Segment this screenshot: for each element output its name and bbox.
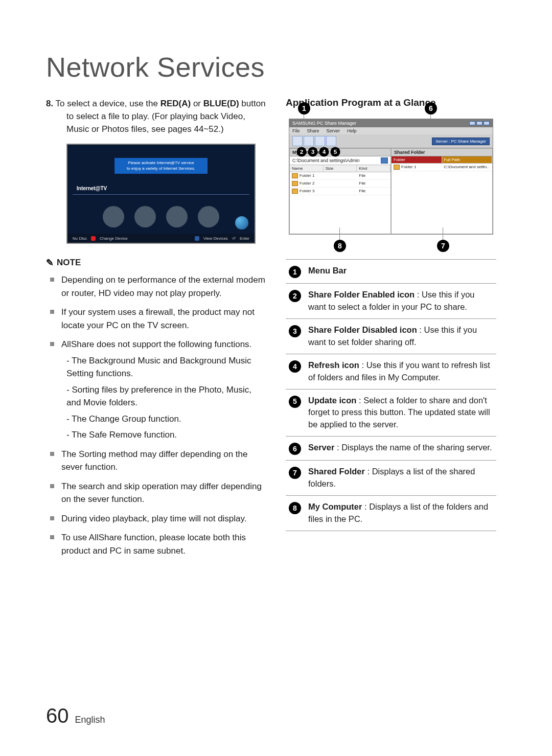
legend-bold: Shared Folder	[308, 467, 365, 476]
page-language: English	[75, 715, 105, 725]
step-text-2: or	[191, 99, 203, 108]
legend-num-5: 5	[289, 396, 301, 408]
legend-bold: Menu Bar	[308, 266, 347, 275]
note-item-text: AllShare does not support the following …	[61, 339, 251, 349]
refresh-icon	[315, 136, 325, 146]
enter-icon: ⏎	[232, 236, 236, 241]
callout-8: 8	[334, 240, 346, 252]
tv-internet-label: Internet@TV	[77, 186, 107, 191]
globe-icon	[235, 216, 248, 230]
callout-1: 1	[298, 102, 310, 114]
legend-row: 8 My Computer : Displays a list of the f…	[286, 496, 496, 531]
legend-row: 6 Server : Displays the name of the shar…	[286, 437, 496, 461]
tv-icon-3	[166, 206, 188, 227]
subnote-item: The Background Music and Background Musi…	[66, 354, 266, 380]
table-row: Folder 3 File	[290, 188, 390, 195]
step-number: 8.	[46, 99, 53, 108]
step-8: 8. To select a device, use the RED(A) or…	[46, 97, 266, 135]
note-heading: ✎ NOTE	[46, 257, 266, 268]
row-name: Folder 1	[290, 172, 324, 179]
subnote-item: Sorting files by preference in the Photo…	[66, 383, 266, 409]
share-enabled-icon	[292, 136, 303, 146]
callout-4: 4	[319, 147, 329, 156]
legend-row: 4 Refresh icon : Use this if you want to…	[286, 354, 496, 390]
pc-share-manager-window: SAMSUNG PC Share Manager File Share Serv…	[289, 119, 493, 235]
app-glance-heading: Application Program at a Glance	[286, 97, 506, 108]
col-name: Name	[290, 165, 324, 172]
legend-bold: Update icon	[308, 396, 356, 405]
legend-num-4: 4	[289, 360, 301, 373]
legend-num-6: 6	[289, 443, 301, 455]
table-row: Folder 1 File	[290, 172, 390, 180]
callout-7: 7	[437, 240, 449, 252]
row-fullpath: C:\Document and settin..	[442, 164, 493, 171]
tv-screenshot: Please activate Internet@TV service to e…	[66, 144, 256, 244]
legend-bold: Share Folder Enabled icon	[308, 290, 415, 299]
tv-footer-view: View Devices	[203, 236, 228, 241]
update-icon	[326, 136, 336, 146]
page-number: 60	[46, 704, 69, 727]
legend-num-1: 1	[289, 266, 301, 278]
app-figure: 1 6 SAMSUNG PC Share Manager File Share …	[289, 119, 506, 235]
server-status: Server : PC Share Manager	[432, 138, 490, 145]
table-row: Folder 1 C:\Document and settin..	[392, 164, 492, 171]
menu-file: File	[292, 128, 300, 133]
menu-server: Server	[327, 128, 340, 133]
red-a-label: RED(A)	[160, 99, 191, 108]
close-icon	[484, 121, 490, 125]
tv-footer: No Disc Change Device View Devices ⏎ Ent…	[67, 234, 255, 243]
legend-row: 3 Share Folder Disabled icon : Use this …	[286, 319, 496, 354]
my-computer-pane: My Computer C:\Document and settings\Adm…	[289, 148, 391, 234]
legend-row: 7 Shared Folder : Displays a list of the…	[286, 461, 496, 496]
note-item: AllShare does not support the following …	[61, 338, 266, 442]
callout-5: 5	[330, 147, 340, 156]
menu-share: Share	[307, 128, 319, 133]
legend-table: 1 Menu Bar 2 Share Folder Enabled icon :…	[286, 259, 496, 531]
row-size	[324, 172, 357, 179]
legend-num-8: 8	[289, 502, 301, 514]
col-fullpath: Full Path	[442, 156, 493, 163]
tv-icon-1	[103, 206, 124, 227]
legend-bold: Share Folder Disabled icon	[308, 325, 417, 334]
row-size	[324, 180, 357, 187]
page-title: Network Services	[46, 51, 506, 83]
callout-3: 3	[308, 147, 317, 156]
callout-6: 6	[425, 102, 437, 114]
toolbar: Server : PC Share Manager	[289, 134, 493, 148]
shared-folder-head: Shared Folder	[392, 149, 492, 156]
blue-d-label: BLUE(D)	[203, 99, 239, 108]
right-col-headers: Folder Full Path	[392, 156, 492, 164]
legend-num-3: 3	[289, 325, 301, 337]
row-kind: File	[357, 172, 390, 179]
note-label: NOTE	[57, 258, 81, 268]
note-item: The Sorting method may differ depending …	[61, 448, 266, 474]
minimize-icon	[469, 121, 475, 125]
path-bar: C:\Document and settings\Admin	[290, 156, 390, 165]
tv-banner-line1: Please activate Internet@TV service	[127, 161, 195, 166]
tv-icon-2	[134, 206, 156, 227]
path-text: C:\Document and settings\Admin	[292, 158, 360, 163]
tv-footer-enter: Enter	[240, 236, 249, 241]
col-size: Size	[324, 165, 357, 172]
legend-row: 1 Menu Bar	[286, 260, 496, 284]
row-folder: Folder 1	[392, 164, 442, 171]
blue-key-icon	[195, 236, 199, 241]
shared-folder-pane: Shared Folder Folder Full Path Folder 1 …	[391, 148, 493, 234]
note-item: If your system uses a firewall, the prod…	[61, 306, 266, 332]
menu-bar: File Share Server Help	[289, 127, 493, 134]
folder-icon	[381, 157, 388, 164]
step-text-1: To select a device, use the	[56, 99, 160, 108]
row-kind: File	[357, 180, 390, 187]
window-title: SAMSUNG PC Share Manager	[292, 121, 356, 126]
legend-rest: : Displays the name of the sharing serve…	[334, 443, 492, 452]
legend-num-2: 2	[289, 290, 301, 302]
note-item: To use AllShare function, please locate …	[61, 531, 266, 557]
menu-help: Help	[347, 128, 357, 133]
row-name: Folder 3	[290, 188, 324, 195]
note-item: During video playback, play time will no…	[61, 512, 266, 525]
row-size	[324, 188, 357, 195]
legend-row: 2 Share Folder Enabled icon : Use this i…	[286, 284, 496, 319]
red-key-icon	[91, 236, 96, 241]
note-sublist: The Background Music and Background Musi…	[61, 354, 266, 442]
table-row: Folder 2 File	[290, 180, 390, 188]
